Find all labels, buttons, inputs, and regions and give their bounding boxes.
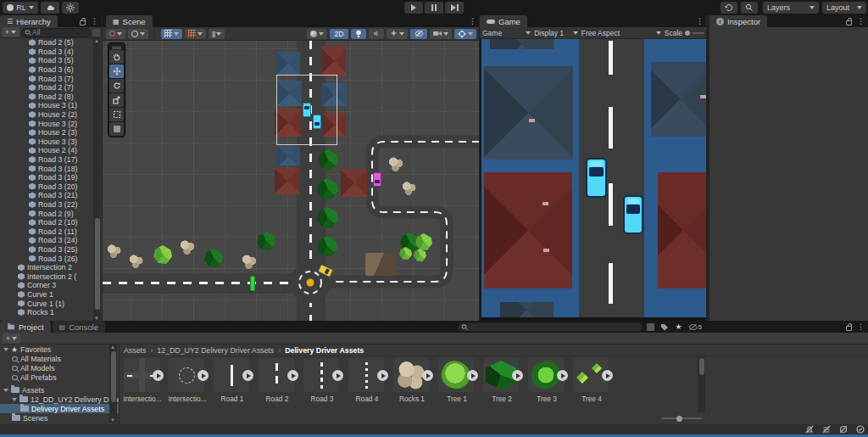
asset-tile[interactable]: Intersectio... [124, 358, 163, 411]
pause-button[interactable] [425, 2, 443, 14]
step-button[interactable] [445, 2, 464, 14]
hierarchy-row[interactable]: Intersection 2 [0, 263, 102, 272]
scale-slider[interactable]: Scale [665, 29, 704, 37]
panel-menu-icon[interactable]: ⋮ [469, 17, 476, 25]
search-window-icon[interactable] [92, 29, 100, 36]
console-warning-muted-icon[interactable] [822, 425, 831, 434]
hierarchy-row[interactable]: House 2 (4) [0, 146, 102, 155]
prefab-expand-arrow[interactable] [287, 370, 298, 381]
prefab-expand-arrow[interactable] [422, 370, 433, 381]
hierarchy-row[interactable]: Road 2 (10) [0, 218, 102, 227]
hierarchy-row[interactable]: Road 3 (24) [0, 236, 102, 245]
slider-knob[interactable] [685, 31, 690, 36]
project-tree-row[interactable]: All Prefabs [0, 373, 119, 382]
scene-visibility-button[interactable] [410, 29, 427, 39]
asset-tile[interactable]: Road 4 [348, 358, 387, 411]
component-tools-dropdown[interactable] [454, 29, 476, 39]
asset-tile[interactable]: Road 3 [303, 358, 342, 411]
tab-game[interactable]: Game [480, 15, 527, 27]
hierarchy-row[interactable]: Road 3 (5) [0, 56, 102, 65]
asset-tile[interactable]: Tree 2 [483, 358, 522, 411]
toggle-2d-button[interactable]: 2D [330, 29, 348, 39]
prefab-expand-arrow[interactable] [512, 370, 523, 381]
rotate-tool-button[interactable] [109, 79, 124, 92]
hierarchy-row[interactable]: Road 3 (6) [0, 65, 102, 75]
breadcrumb-current[interactable]: Delivery Driver Assets [285, 346, 364, 355]
scale-tool-button[interactable] [109, 93, 124, 107]
project-tree-row[interactable]: All Materials [0, 354, 119, 363]
asset-tile[interactable]: Intersectio... [169, 358, 208, 411]
expand-arrow-icon[interactable] [3, 348, 8, 351]
prefab-expand-arrow[interactable] [602, 370, 613, 381]
move-tool-button[interactable] [109, 64, 124, 78]
hierarchy-row[interactable]: Intersection 2 ( [0, 272, 102, 281]
lock-icon[interactable] [846, 20, 852, 25]
hierarchy-row[interactable]: Curve 1 (1) [0, 299, 102, 308]
transform-tool-button[interactable] [109, 122, 124, 136]
hierarchy-row[interactable]: House 3 (1) [0, 101, 102, 110]
project-tree-row[interactable]: ★Favorites [0, 345, 119, 354]
settings-button[interactable] [62, 2, 79, 14]
hierarchy-row[interactable]: Road 3 (21) [0, 191, 102, 200]
palette-grip[interactable] [109, 45, 124, 49]
tab-console[interactable]: ▤ Console [53, 321, 105, 333]
project-tree-scrollbar[interactable]: ▲ ▼ [109, 345, 117, 423]
asset-tile[interactable]: Tree 4 [573, 358, 612, 411]
prefab-expand-arrow[interactable] [467, 370, 478, 381]
display-dropdown[interactable]: Display 1 [534, 29, 578, 37]
asset-tile[interactable]: Tree 1 [438, 358, 477, 411]
hierarchy-row[interactable]: Road 3 (26) [0, 254, 102, 263]
hierarchy-row[interactable]: Road 3 (20) [0, 182, 102, 192]
tab-scene[interactable]: ▦ Scene [106, 15, 153, 27]
grid-visibility-button[interactable] [185, 29, 206, 39]
hierarchy-row[interactable]: Road 3 (22) [0, 200, 102, 210]
grid-snapping-button[interactable] [161, 29, 182, 39]
panel-menu-icon[interactable]: ⋮ [696, 17, 704, 25]
hierarchy-row[interactable]: Road 2 (11) [0, 227, 102, 236]
shading-mode-dropdown[interactable] [307, 29, 327, 39]
console-log-muted-icon[interactable] [839, 425, 848, 434]
project-tree-row[interactable]: All Models [0, 363, 119, 373]
prefab-expand-arrow[interactable] [377, 370, 388, 381]
tool-handle-rotation-button[interactable] [128, 29, 148, 39]
prefab-expand-arrow[interactable] [557, 370, 568, 381]
rect-tool-button[interactable] [109, 108, 124, 121]
tab-hierarchy[interactable]: ☰ Hierarchy [0, 15, 58, 27]
hierarchy-row[interactable]: Road 2 (8) [0, 92, 102, 102]
tool-handle-position-button[interactable] [106, 29, 125, 39]
prefab-expand-arrow[interactable] [242, 370, 253, 381]
favorites-star-icon[interactable]: ★ [675, 322, 682, 331]
create-asset-button[interactable]: + [3, 333, 20, 344]
hierarchy-row[interactable]: Rocks 1 [0, 308, 102, 317]
scrollbar-thumb[interactable] [111, 351, 116, 402]
hierarchy-row[interactable]: House 2 (2) [0, 110, 102, 120]
project-tree-row[interactable]: Assets [0, 385, 119, 395]
hierarchy-row[interactable]: Corner 3 [0, 281, 102, 290]
asset-tile[interactable]: Tree 3 [528, 358, 567, 411]
prefab-expand-arrow[interactable] [332, 370, 343, 381]
hierarchy-row[interactable]: Road 3 (25) [0, 245, 102, 255]
game-view-dropdown[interactable]: Game [482, 29, 531, 37]
game-viewport[interactable] [480, 39, 707, 321]
hierarchy-scrollbar[interactable]: ▲ ▼ [93, 38, 101, 321]
panel-menu-icon[interactable]: ⋮ [857, 17, 865, 25]
asset-tile[interactable]: Road 1 [214, 358, 253, 411]
hierarchy-row[interactable]: Road 3 (19) [0, 173, 102, 182]
search-everything-button[interactable] [741, 2, 758, 14]
scene-effects-dropdown[interactable] [387, 29, 408, 39]
hidden-packages-toggle[interactable]: 5 [688, 323, 702, 331]
project-tree-row[interactable]: 12_DD_UY2 Delivery Drive [0, 395, 119, 404]
hierarchy-search-input[interactable]: All [21, 28, 91, 37]
console-error-muted-icon[interactable] [805, 425, 814, 434]
scrollbar-thumb[interactable] [95, 218, 100, 310]
hierarchy-row[interactable]: Road 3 (7) [0, 74, 102, 83]
hierarchy-row[interactable]: House 3 (2) [0, 119, 102, 128]
scene-audio-button[interactable] [369, 29, 384, 39]
scene-camera-dropdown[interactable] [430, 29, 452, 39]
lock-icon[interactable] [80, 20, 86, 25]
layers-dropdown[interactable]: Layers [763, 2, 819, 14]
asset-tile[interactable]: Road 2 [259, 358, 298, 411]
status-check-icon[interactable] [856, 425, 865, 434]
tab-project[interactable]: Project [0, 321, 51, 333]
snap-increment-button[interactable]: ||| [209, 29, 225, 39]
